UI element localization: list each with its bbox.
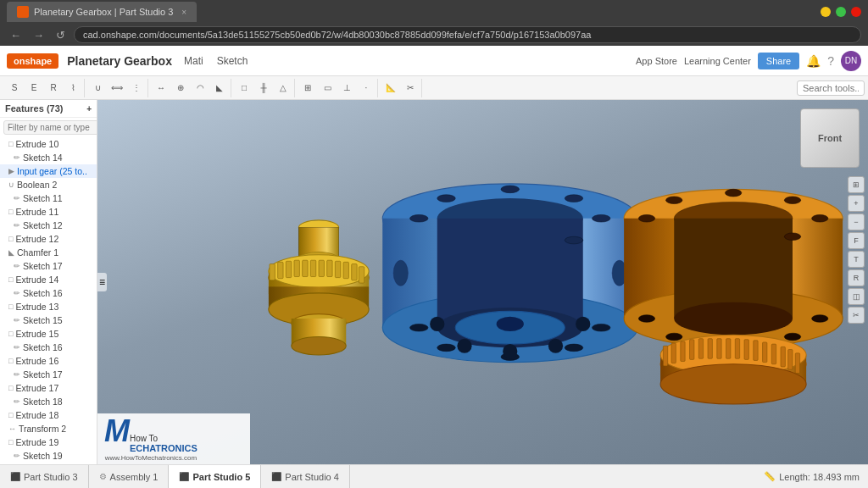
help-icon[interactable]: ? [827,54,834,68]
svg-rect-10 [294,260,299,276]
svg-rect-82 [771,344,776,364]
toolbar-btn-sweep[interactable]: ⌇ [64,79,82,97]
nav-forward-button[interactable]: → [30,27,47,43]
sidebar-item-sketch16b[interactable]: ✏Sketch 16 [0,341,97,354]
tab-label-ps4: Part Studio 4 [285,472,339,482]
sidebar-item-sketch14[interactable]: ✏Sketch 14 [0,151,97,164]
features-header: Features (73) + [0,100,97,118]
share-button[interactable]: Share [758,53,799,69]
watermark-mechatronics: ECHATRONICS [130,443,198,453]
sidebar-item-sketch15[interactable]: ✏Sketch 15 [0,313,97,327]
notification-icon[interactable]: 🔔 [806,54,821,68]
sidebar-item-sketch19[interactable]: ✏Sketch 19 [0,449,97,463]
sidebar-filter[interactable] [3,120,97,135]
toolbar-group-transform: ↔ ⊕ ◠ ◣ [150,79,231,97]
toolbar-btn-measure[interactable]: 📐 [381,79,400,97]
menu-sketch[interactable]: Sketch [212,53,253,69]
sidebar-item-boolean2[interactable]: ∪Boolean 2 [0,178,97,191]
svg-point-49 [497,317,524,331]
toolbar-group-boolean: ∪ ⟺ ⋮ [86,79,148,97]
tab-part-studio-3[interactable]: ⬛ Part Studio 3 [0,465,89,489]
appstore-button[interactable]: App Store [636,56,677,66]
sidebar-item-extrude19[interactable]: □Extrude 19 [0,435,97,449]
sidebar-item-extrude14[interactable]: □Extrude 14 [0,273,97,286]
svg-point-56 [638,214,654,222]
sidebar-item-sketch18[interactable]: ✏Sketch 18 [0,395,97,408]
toolbar-btn-fillet[interactable]: ◠ [191,79,209,97]
sidebar-item-extrude12[interactable]: □Extrude 12 [0,232,97,246]
nav-refresh-button[interactable]: ↺ [53,27,69,43]
svg-point-33 [565,195,583,202]
toolbar-btn-plane[interactable]: ▭ [318,79,337,97]
svg-rect-84 [788,350,793,370]
maximize-button[interactable] [836,7,846,17]
sidebar-item-chamfer1[interactable]: ◣Chamfer 1 [0,246,97,259]
toolbar-btn-shell[interactable]: □ [235,79,253,97]
sidebar-item-extrude18[interactable]: □Extrude 18 [0,408,97,422]
sidebar-item-input-gear[interactable]: ▶Input gear (25 to.. [0,164,97,178]
tab-assembly-1[interactable]: ⚙ Assembly 1 [89,465,170,489]
toolbar-btn-mirror[interactable]: ⟺ [108,79,126,97]
toolbar-btn-chamfer[interactable]: ◣ [210,79,229,97]
toolbar-btn-move[interactable]: ↔ [152,79,170,97]
search-tools-input[interactable] [797,80,865,96]
sidebar-options[interactable]: + [86,104,92,114]
tab-part-studio-4[interactable]: ⬛ Part Studio 4 [261,465,350,489]
sidebar-item-sketch17a[interactable]: ✏Sketch 17 [0,259,97,273]
toolbar-btn-axis[interactable]: ⊥ [337,79,356,97]
svg-rect-70 [663,346,667,366]
3d-viewport[interactable]: Front ⊞ + − F T R ◫ ✂ ≡ [97,100,868,464]
window-controls [821,7,861,17]
sidebar-item-sketch12[interactable]: ✏Sketch 12 [0,219,97,232]
watermark-m: M [104,416,130,446]
toolbar-btn-sketch[interactable]: S [5,79,24,97]
toolbar-btn-boolean[interactable]: ∪ [88,79,107,97]
features-label: Features (73) [5,103,63,114]
svg-point-35 [565,236,583,244]
tab-label-ps3: Part Studio 3 [24,472,78,482]
sidebar-item-sketch17b[interactable]: ✏Sketch 17 [0,368,97,381]
sidebar-item-extrude11[interactable]: □Extrude 11 [0,205,97,219]
sidebar-item-sketch11[interactable]: ✏Sketch 11 [0,191,97,205]
toolbar-btn-pattern[interactable]: ⋮ [127,79,146,97]
svg-point-48 [503,344,517,358]
tab-icon-ps5: ⬛ [179,472,189,481]
toolbar-btn-extrude[interactable]: E [25,79,43,97]
toolbar-btn-insert[interactable]: ⊞ [298,79,317,97]
svg-rect-75 [708,339,712,359]
menu-mati[interactable]: Mati [179,53,209,69]
svg-point-86 [660,364,806,404]
sidebar-item-sketch16a[interactable]: ✏Sketch 16 [0,286,97,300]
toolbar-btn-point[interactable]: · [357,79,376,97]
svg-rect-11 [303,260,308,276]
minimize-button[interactable] [821,7,831,17]
close-button[interactable] [851,7,861,17]
toolbar-btn-loft[interactable]: △ [274,79,292,97]
sidebar-item-transform2[interactable]: ↔Transform 2 [0,422,97,435]
browser-tab[interactable]: Planetary Gearbox | Part Studio 3 × [7,2,197,22]
svg-point-37 [437,344,456,352]
sidebar-item-extrude10[interactable]: □Extrude 10 [0,137,97,151]
svg-rect-18 [359,267,364,283]
toolbar-btn-rib[interactable]: ╫ [254,79,273,97]
app-title: Planetary Gearbox [67,54,172,68]
sidebar-item-extrude17[interactable]: □Extrude 17 [0,381,97,395]
svg-point-30 [410,214,429,222]
svg-point-36 [410,324,429,331]
tab-label-asm: Assembly 1 [110,472,159,482]
toolbar-btn-section[interactable]: ✂ [401,79,420,97]
nav-back-button[interactable]: ← [7,27,25,43]
tab-close[interactable]: × [181,8,186,17]
sidebar-item-extrude15[interactable]: □Extrude 15 [0,327,97,341]
sidebar-item-extrude16[interactable]: □Extrude 16 [0,354,97,368]
onshape-logo[interactable]: onshape [7,53,58,69]
toolbar-btn-mate[interactable]: ⊕ [171,79,190,97]
address-bar[interactable] [74,26,861,43]
toolbar-group-shell: □ ╫ △ [233,79,295,97]
tab-part-studio-5[interactable]: ⬛ Part Studio 5 [169,465,261,489]
user-avatar[interactable]: DN [841,51,861,71]
sidebar-item-extrude13[interactable]: □Extrude 13 [0,300,97,313]
app-container: onshape Planetary Gearbox Mati Sketch Ap… [0,46,868,488]
learning-center-button[interactable]: Learning Center [684,56,751,66]
toolbar-btn-revolve[interactable]: R [44,79,63,97]
